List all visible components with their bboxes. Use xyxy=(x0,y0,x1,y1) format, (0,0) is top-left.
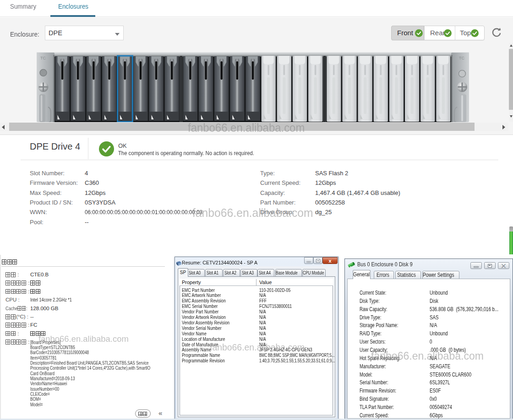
svg-text:TC: TC xyxy=(459,56,464,60)
svg-text:TC: TC xyxy=(40,56,46,60)
